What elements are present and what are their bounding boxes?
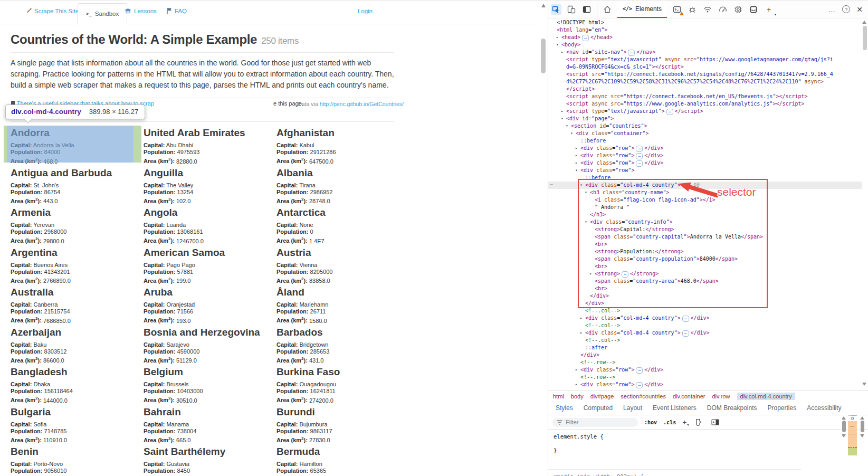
styles-filter-input[interactable]: Filter [552, 418, 638, 427]
dom-tree-line[interactable]: ▸<div class="row">…</div> [548, 145, 862, 152]
dom-tree-line[interactable]: <script type="text/javascript" async src… [548, 56, 862, 63]
breadcrumb-item[interactable]: div.container [673, 393, 705, 399]
expand-arrow-icon[interactable]: ▸ [575, 366, 578, 374]
expand-arrow-icon[interactable]: ▸ [575, 381, 578, 388]
expand-inline-icon[interactable]: … [636, 382, 643, 388]
new-style-rule-icon[interactable]: + [682, 420, 686, 425]
dom-tree-line[interactable]: <script src="https://connect.facebook.ne… [548, 71, 862, 78]
dom-tree-line[interactable]: ▾<body> [548, 41, 862, 49]
sidebar-scrollbar[interactable] [859, 415, 865, 440]
dom-tree-line[interactable]: ::before [548, 137, 862, 145]
dom-tree-line[interactable]: ▸<div class="col-md-4 country">…</div> [548, 315, 862, 322]
performance-icon[interactable] [718, 4, 728, 15]
more-icon[interactable]: … [828, 5, 836, 14]
collapse-arrow-icon[interactable]: ▾ [580, 182, 583, 189]
collapse-arrow-icon[interactable]: ▾ [561, 115, 564, 122]
tab-styles[interactable]: Styles [550, 404, 578, 412]
memory-icon[interactable] [733, 4, 743, 15]
dom-tree-line[interactable]: ▸<head>…</head> [548, 34, 862, 41]
expand-inline-icon[interactable]: … [636, 367, 643, 374]
element-style-rule-open[interactable]: element.style { [554, 433, 856, 447]
scrollbar-thumb[interactable] [842, 421, 846, 432]
add-tools-icon[interactable]: + [764, 4, 774, 15]
expand-inline-icon[interactable]: … [636, 160, 643, 167]
dom-tree-line[interactable]: ▾<div id="page"> [548, 115, 862, 122]
panel-layout-icon[interactable] [581, 4, 592, 15]
collapse-arrow-icon[interactable]: ▾ [585, 218, 587, 226]
dom-tree-line[interactable]: ::before [548, 174, 862, 182]
dom-tree-line[interactable]: </div> [548, 292, 862, 300]
devtools-scrollbar-up-arrow[interactable] [862, 21, 866, 24]
dom-tree-line[interactable]: ▾<section id="countries"> [548, 122, 862, 130]
dom-tree-line[interactable]: </h3> [548, 211, 862, 218]
dom-tree-line[interactable]: <i class="flag-icon flag-icon-ad"></i> [548, 196, 862, 204]
expand-arrow-icon[interactable]: ▸ [556, 34, 559, 41]
close-icon[interactable]: ✕ [856, 5, 863, 14]
dom-tree-line[interactable]: ▾<div class="country-info"> [548, 218, 862, 226]
scrollbar-thumb[interactable] [861, 421, 864, 432]
dom-tree-line[interactable]: <br> [548, 285, 862, 292]
expand-inline-icon[interactable]: … [636, 153, 643, 159]
home-icon[interactable] [602, 4, 613, 15]
dom-tree-line-selected[interactable]: ⋯▾<div class="col-md-4 country"> == $0 [548, 182, 862, 189]
devtools-scrollbar-down-arrow[interactable] [862, 383, 866, 386]
collapse-arrow-icon[interactable]: ▾ [566, 122, 568, 130]
expand-inline-icon[interactable]: … [628, 50, 635, 56]
expand-arrow-icon[interactable]: ▸ [575, 152, 578, 159]
tab-computed[interactable]: Computed [578, 404, 618, 412]
dom-tree-line[interactable]: ▸<div class="col-md-4 country">…</div> [548, 329, 862, 337]
computed-panel-icon[interactable] [693, 417, 703, 427]
breadcrumb-item[interactable]: div.row [712, 393, 730, 399]
styles-scrollbar[interactable] [841, 415, 847, 440]
nav-login-link[interactable]: Login [358, 8, 373, 14]
expand-inline-icon[interactable]: … [666, 109, 673, 115]
dom-tree-line[interactable]: <span class="country-population">84000</… [548, 255, 862, 263]
application-icon[interactable] [748, 4, 759, 15]
nav-lessons-link[interactable]: Lessons [125, 8, 157, 14]
scroll-down-icon[interactable] [860, 434, 864, 437]
dom-tree-line[interactable]: <span class="country-capital">Andorra la… [548, 233, 862, 241]
dom-tree-line[interactable]: <!--.col--> [548, 307, 862, 315]
data-source-link[interactable]: http://peric.github.io/GetCountries/ [320, 101, 404, 107]
breadcrumb-item[interactable]: div#page [590, 393, 614, 399]
scroll-up-icon[interactable] [842, 416, 846, 420]
cls-toggle[interactable]: .cls [663, 420, 676, 425]
scroll-up-icon[interactable] [860, 416, 864, 420]
nav-faq-link[interactable]: FAQ [167, 8, 187, 14]
dom-tree-line[interactable]: ▸<strong>…</strong> [548, 270, 862, 278]
inspect-icon[interactable] [551, 4, 561, 15]
expand-inline-icon[interactable]: … [636, 146, 643, 152]
dom-tree-line[interactable]: <span class="country-area">468.0</span> [548, 278, 862, 285]
expand-arrow-icon[interactable]: ▸ [561, 49, 564, 56]
dom-tree-line[interactable]: </div> [548, 351, 862, 359]
breadcrumb-item[interactable]: section#countries [621, 393, 666, 399]
dom-tree-line[interactable]: <script async src="https://www.google-an… [548, 100, 862, 108]
dom-tree-line[interactable]: <strong>Capital:</strong> [548, 226, 862, 233]
device-emulation-icon[interactable] [566, 4, 577, 15]
dom-tree-line[interactable]: ▸<div class="row">…</div> [548, 381, 862, 388]
collapse-arrow-icon[interactable]: ▾ [556, 41, 559, 49]
dom-tree-line[interactable]: d=G-09N5RQCFG4&cx=c&_slc=1"></script> [548, 63, 862, 71]
dom-tree-line[interactable]: " Andorra " [548, 204, 862, 211]
line-options-icon[interactable]: ⋯ [550, 181, 554, 188]
devtools-scrollbar-thumb[interactable] [863, 26, 867, 50]
collapse-arrow-icon[interactable]: ▾ [585, 189, 587, 196]
page-scrollbar-thumb[interactable] [541, 39, 546, 73]
console-icon[interactable] [672, 4, 682, 15]
expand-inline-icon[interactable]: … [682, 330, 689, 337]
tab-elements[interactable]: </> Elements [617, 1, 667, 18]
expand-inline-icon[interactable]: … [682, 316, 689, 322]
tab-dom-breakpoints[interactable]: DOM Breakpoints [702, 404, 762, 412]
dom-tree-line[interactable]: <script async src="https://connect.faceb… [548, 93, 862, 100]
tab-layout[interactable]: Layout [618, 404, 647, 412]
expand-arrow-icon[interactable]: ▸ [575, 159, 578, 167]
expand-inline-icon[interactable]: … [622, 271, 628, 278]
element-style-rule-close[interactable]: } [554, 447, 856, 461]
dom-tree-line[interactable]: <strong>Population:</strong> [548, 248, 862, 255]
tab-event-listeners[interactable]: Event Listeners [647, 404, 702, 412]
tab-properties[interactable]: Properties [762, 404, 802, 412]
expand-arrow-icon[interactable]: ▸ [580, 315, 583, 322]
dom-tree-line[interactable]: <!--.row--> [548, 374, 862, 381]
dom-tree-line[interactable]: ::after [548, 344, 862, 351]
expand-arrow-icon[interactable]: ▸ [580, 329, 583, 337]
